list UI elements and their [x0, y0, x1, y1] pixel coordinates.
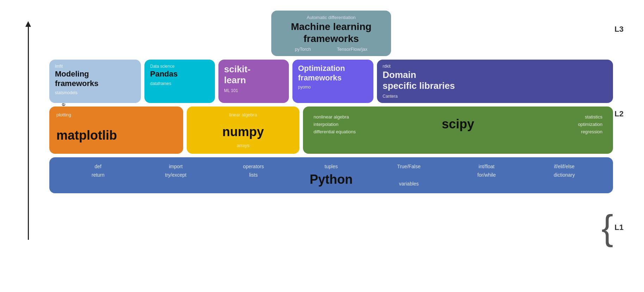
numpy-title: numpy: [194, 124, 292, 139]
pandas-top: Data science: [150, 64, 209, 69]
python-intfloat: int/float: [448, 164, 525, 169]
modeling-box: lmfit Modelingframeworks statsmodels: [49, 60, 141, 103]
l3-container: Automatic differentiation Machine learni…: [49, 11, 613, 56]
scipy-box: nonlinear algebra scipy statistics inter…: [303, 107, 613, 154]
python-tryexcept: try/except: [138, 172, 214, 178]
scipy-nonlinear: nonlinear algebra: [314, 114, 436, 120]
python-ifelifelse: if/elif/else: [526, 164, 602, 169]
ml-top-label: Automatic differentiation: [282, 15, 380, 20]
pandas-bottom: dataframes: [150, 81, 209, 86]
matplotlib-box: plotting matplotlib: [49, 107, 183, 154]
sklearn-bottom: ML 101: [224, 88, 283, 93]
python-variables: variables: [371, 181, 447, 187]
python-dictionary: dictionary: [526, 172, 602, 178]
python-lists: lists: [215, 172, 292, 178]
scipy-regression: regression: [480, 129, 602, 134]
domain-bottom: Cantera: [383, 94, 607, 99]
ml-frameworks-box: Automatic differentiation Machine learni…: [271, 11, 391, 56]
python-def: def: [60, 164, 136, 169]
optim-bottom: pyomo: [298, 85, 368, 90]
python-truefalse: True/False: [371, 164, 447, 169]
l3-label: L3: [614, 25, 624, 34]
sklearn-title: scikit-learn: [224, 64, 283, 86]
ml-tensorflow: TensorFlow/jax: [337, 47, 367, 52]
python-forwhile: for/while: [448, 172, 525, 178]
modeling-bottom: statsmodels: [55, 90, 135, 95]
pandas-title: Pandas: [150, 69, 209, 79]
matplotlib-title: matplotlib: [56, 128, 176, 143]
python-title: Python: [293, 172, 370, 187]
scipy-title: scipy: [442, 117, 474, 132]
content-area: Automatic differentiation Machine learni…: [49, 7, 613, 193]
numpy-top: linear algebra: [194, 112, 292, 117]
domain-title: Domainspecific libraries: [383, 69, 607, 91]
ml-pytorch: pyTorch: [295, 47, 311, 52]
optim-title: Optimizationframeworks: [298, 64, 368, 83]
ml-bottom-labels: pyTorch TensorFlow/jax: [282, 47, 380, 52]
ml-title: Machine learningframeworks: [282, 21, 380, 44]
arrow-line: [28, 27, 29, 240]
arrow-head: [25, 21, 31, 27]
arrow-container: [21, 21, 35, 240]
modeling-title: Modelingframeworks: [55, 69, 135, 88]
modeling-top: lmfit: [55, 64, 135, 69]
python-import: import: [138, 164, 214, 169]
scipy-statistics: statistics: [480, 114, 602, 120]
python-return: return: [60, 172, 136, 178]
optim-box: Optimizationframeworks pyomo: [292, 60, 373, 103]
python-box: def import operators tuples True/False i…: [49, 157, 613, 193]
l2-row: lmfit Modelingframeworks statsmodels Dat…: [49, 60, 613, 103]
scipy-diffeq: differential equations: [314, 129, 436, 134]
numpy-box: linear algebra numpy arrays: [187, 107, 299, 154]
matplotlib-top: plotting: [56, 112, 176, 117]
python-operators: operators: [215, 164, 292, 169]
python-tuples: tuples: [293, 164, 370, 169]
l1-row: plotting matplotlib linear algebra numpy…: [49, 107, 613, 154]
domain-box: rdkit Domainspecific libraries Cantera: [377, 60, 613, 103]
pandas-box: Data science Pandas dataframes: [144, 60, 215, 103]
domain-top: rdkit: [383, 64, 607, 69]
main-container: Increasing specialization Automatic diff…: [21, 7, 627, 289]
numpy-bottom: arrays: [194, 143, 292, 148]
scipy-optimization: optimization: [480, 122, 602, 127]
l2-label: L2: [614, 109, 624, 118]
sklearn-box: scikit-learn ML 101: [218, 60, 289, 103]
scipy-interpolation: interpolation: [314, 122, 436, 127]
l1-label: } L1: [601, 212, 624, 243]
